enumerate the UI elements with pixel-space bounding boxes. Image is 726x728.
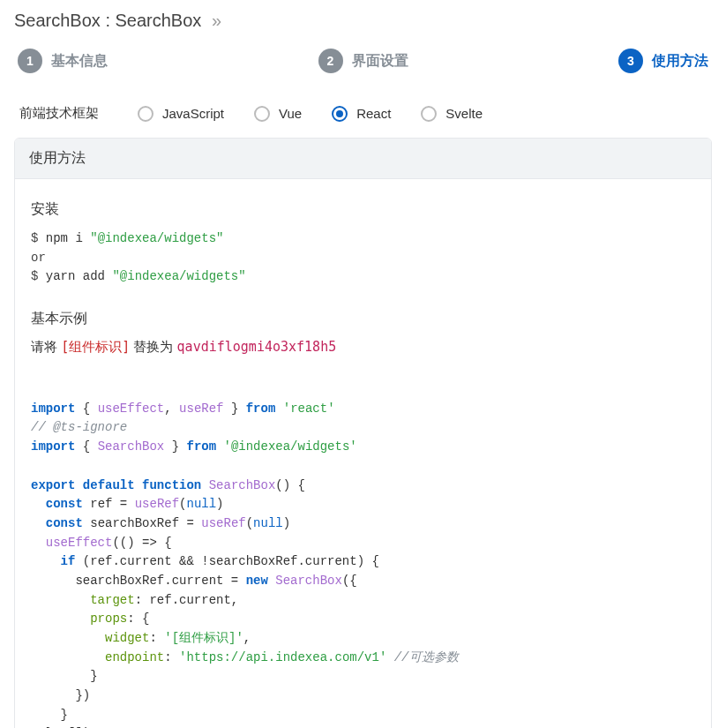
example-heading: 基本示例 xyxy=(31,310,695,328)
framework-option-javascript[interactable]: JavaScript xyxy=(138,106,224,122)
step-ui-settings[interactable]: 2 界面设置 xyxy=(318,49,408,73)
step-label: 使用方法 xyxy=(652,52,708,71)
radio-icon xyxy=(421,106,437,122)
step-basic-info[interactable]: 1 基本信息 xyxy=(18,49,108,73)
step-number: 1 xyxy=(18,49,42,73)
step-number: 2 xyxy=(318,49,343,73)
framework-option-label: JavaScript xyxy=(162,106,224,121)
framework-option-label: React xyxy=(356,106,391,121)
replace-instruction: 请将 [组件标识] 替换为 qavdiflogmi4o3xf18h5 xyxy=(31,339,695,356)
install-commands: $ npm i "@indexea/widgets" or $ yarn add… xyxy=(31,229,695,287)
framework-option-label: Vue xyxy=(279,106,302,121)
example-code: import { useEffect, useRef } from 'react… xyxy=(31,380,695,728)
framework-option-vue[interactable]: Vue xyxy=(254,106,302,122)
step-label: 界面设置 xyxy=(352,52,408,71)
breadcrumb: SearchBox : SearchBox » xyxy=(14,11,712,31)
usage-card: 使用方法 安装 $ npm i "@indexea/widgets" or $ … xyxy=(14,138,712,728)
radio-icon xyxy=(332,106,348,122)
radio-icon xyxy=(138,106,153,122)
step-label: 基本信息 xyxy=(51,52,108,71)
step-usage[interactable]: 3 使用方法 xyxy=(618,49,708,73)
framework-radio-group: 前端技术框架 JavaScript Vue React Svelte xyxy=(14,105,712,122)
step-number: 3 xyxy=(618,49,643,73)
framework-option-svelte[interactable]: Svelte xyxy=(421,106,483,122)
chevron-right-icon: » xyxy=(212,11,221,30)
breadcrumb-title[interactable]: SearchBox : SearchBox xyxy=(14,11,201,30)
widget-id-value: qavdiflogmi4o3xf18h5 xyxy=(177,339,337,355)
framework-option-label: Svelte xyxy=(445,106,483,121)
framework-option-react[interactable]: React xyxy=(332,106,391,122)
widget-id-placeholder: [组件标识] xyxy=(61,339,130,355)
install-heading: 安装 xyxy=(31,200,695,219)
radio-icon xyxy=(254,106,270,122)
wizard-steps: 1 基本信息 2 界面设置 3 使用方法 xyxy=(14,49,712,73)
framework-group-label: 前端技术框架 xyxy=(19,105,108,122)
card-header: 使用方法 xyxy=(15,139,711,179)
